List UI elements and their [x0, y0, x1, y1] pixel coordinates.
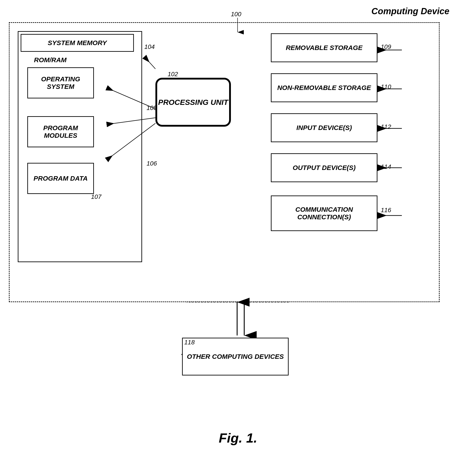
- program-data-box: PROGRAM DATA: [27, 163, 94, 194]
- operating-system-box: OPERATING SYSTEM: [27, 67, 94, 98]
- fig-label: Fig. 1.: [219, 430, 257, 446]
- ref-114: 114: [381, 163, 391, 170]
- processing-unit-label: PROCESSING UNIT: [158, 98, 228, 107]
- program-modules-box: PROGRAM MODULES: [27, 116, 94, 147]
- rom-ram-label: ROM/RAM: [34, 56, 67, 64]
- input-device-label: INPUT DEVICE(S): [296, 124, 352, 131]
- input-device-box: INPUT DEVICE(S): [271, 113, 377, 142]
- output-device-label: OUTPUT DEVICE(S): [293, 164, 356, 172]
- ref-104: 104: [144, 43, 155, 51]
- program-data-label: PROGRAM DATA: [34, 175, 88, 182]
- non-removable-storage-box: NON-REMOVABLE STORAGE: [271, 73, 377, 102]
- processing-unit-box: PROCESSING UNIT: [155, 78, 231, 127]
- ref-107: 107: [91, 193, 102, 200]
- ref-100: 100: [231, 11, 241, 18]
- ref-106: 106: [146, 160, 157, 167]
- ref-116: 116: [381, 207, 391, 214]
- ref-109: 109: [381, 43, 391, 51]
- system-memory-label: SYSTEM MEMORY: [48, 39, 107, 47]
- removable-storage-label: REMOVABLE STORAGE: [286, 44, 363, 52]
- other-computing-devices-label: OTHER COMPUTING DEVICES: [187, 353, 284, 360]
- other-computing-devices-box: OTHER COMPUTING DEVICES: [182, 338, 289, 375]
- communication-connection-box: COMMUNICATION CONNECTION(S): [271, 196, 377, 231]
- ref-118: 118: [184, 339, 195, 346]
- output-device-box: OUTPUT DEVICE(S): [271, 153, 377, 182]
- system-memory-box: SYSTEM MEMORY: [21, 34, 134, 52]
- ref-102: 102: [168, 71, 178, 78]
- non-removable-storage-label: NON-REMOVABLE STORAGE: [277, 84, 371, 92]
- system-memory-outer-box: SYSTEM MEMORY ROM/RAM OPERATING SYSTEM P…: [18, 31, 142, 262]
- ref-112: 112: [381, 123, 391, 130]
- ref-110: 110: [381, 83, 391, 90]
- removable-storage-box: REMOVABLE STORAGE: [271, 33, 377, 62]
- communication-connection-label: COMMUNICATION CONNECTION(S): [272, 206, 377, 221]
- operating-system-label: OPERATING SYSTEM: [28, 75, 93, 90]
- computing-device-label: Computing Device: [371, 6, 449, 16]
- program-modules-label: PROGRAM MODULES: [28, 124, 93, 139]
